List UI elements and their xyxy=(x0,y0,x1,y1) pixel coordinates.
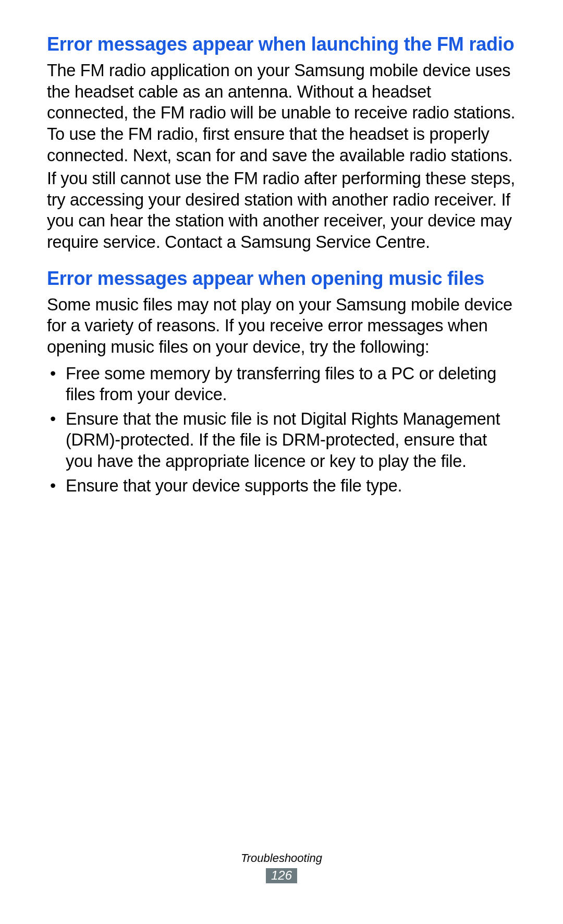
section-heading-fm-radio: Error messages appear when launching the… xyxy=(47,32,516,56)
list-item: Ensure that the music file is not Digita… xyxy=(47,409,516,472)
footer-section-label: Troubleshooting xyxy=(0,851,563,865)
paragraph: If you still cannot use the FM radio aft… xyxy=(47,168,516,253)
list-item: Free some memory by transferring files t… xyxy=(47,363,516,405)
page-footer: Troubleshooting 126 xyxy=(0,851,563,883)
document-page: Error messages appear when launching the… xyxy=(0,0,563,924)
section-heading-music-files: Error messages appear when opening music… xyxy=(47,267,516,290)
list-item: Ensure that your device supports the fil… xyxy=(47,475,516,497)
paragraph: The FM radio application on your Samsung… xyxy=(47,60,516,166)
page-number: 126 xyxy=(266,868,297,883)
bullet-list: Free some memory by transferring files t… xyxy=(47,363,516,497)
paragraph: Some music files may not play on your Sa… xyxy=(47,294,516,358)
